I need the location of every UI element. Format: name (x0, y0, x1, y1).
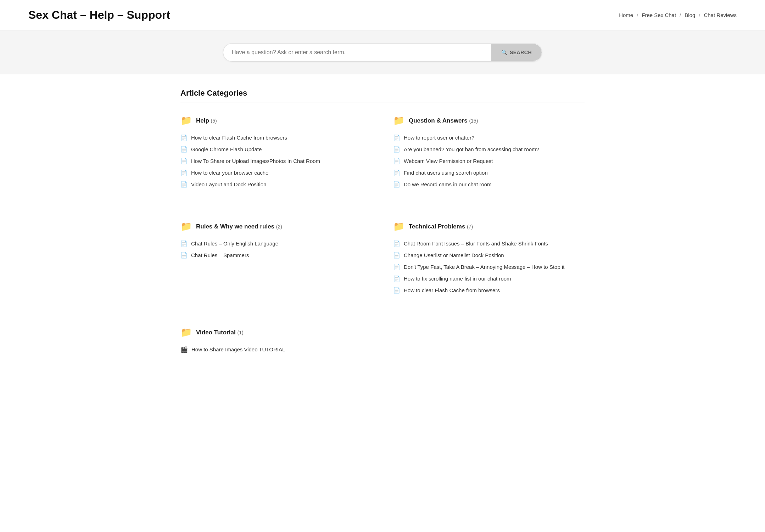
article-link[interactable]: Video Layout and Dock Position (191, 181, 266, 188)
video-icon: 🎬 (180, 346, 188, 353)
category-rules: 📁 Rules & Why we need rules (2) 📄 Chat R… (180, 221, 372, 296)
list-item[interactable]: 📄 Chat Rules – Spammers (180, 249, 372, 261)
doc-icon: 📄 (180, 158, 188, 164)
category-qa-count: (15) (469, 118, 478, 124)
list-item[interactable]: 📄 Chat Room Font Issues – Blur Fonts and… (393, 238, 585, 249)
article-link[interactable]: How to clear Flash Cache from browsers (404, 287, 500, 294)
article-link[interactable]: How to Share Images Video TUTORIAL (191, 346, 285, 353)
help-article-list: 📄 How to clear Flash Cache from browsers… (180, 132, 372, 190)
nav-home[interactable]: Home (619, 12, 633, 18)
doc-icon: 📄 (180, 134, 188, 141)
doc-icon: 📄 (180, 181, 188, 188)
rules-article-list: 📄 Chat Rules – Only English Language 📄 C… (180, 238, 372, 261)
doc-icon: 📄 (393, 146, 400, 153)
doc-icon: 📄 (393, 134, 400, 141)
list-item[interactable]: 📄 How to report user or chatter? (393, 132, 585, 143)
article-link[interactable]: Chat Rules – Only English Language (191, 240, 278, 247)
list-item[interactable]: 📄 Google Chrome Flash Update (180, 143, 372, 155)
search-input[interactable] (223, 44, 491, 61)
category-video: 📁 Video Tutorial (1) 🎬 How to Share Imag… (180, 327, 372, 356)
folder-icon-help: 📁 (180, 115, 192, 126)
nav-sep-2: / (680, 12, 681, 18)
doc-icon: 📄 (393, 287, 400, 294)
category-divider-2 (180, 314, 585, 314)
search-button[interactable]: 🔍 SEARCH (491, 44, 542, 61)
list-item[interactable]: 📄 How to clear Flash Cache from browsers (180, 132, 372, 143)
nav-chat-reviews[interactable]: Chat Reviews (704, 12, 737, 18)
category-video-count: (1) (238, 330, 244, 335)
category-qa: 📁 Question & Answers (15) 📄 How to repor… (393, 115, 585, 190)
article-link[interactable]: How to fix scrolling name-list in our ch… (404, 275, 511, 282)
list-item[interactable]: 📄 How to fix scrolling name-list in our … (393, 273, 585, 284)
article-link[interactable]: How to clear Flash Cache from browsers (191, 134, 287, 141)
article-link[interactable]: Chat Rules – Spammers (191, 251, 249, 259)
category-qa-header: 📁 Question & Answers (15) (393, 115, 585, 126)
category-help-count: (5) (211, 118, 217, 124)
doc-icon: 📄 (393, 181, 400, 188)
category-technical-name: Technical Problems (7) (409, 223, 473, 230)
list-item[interactable]: 📄 Do we Record cams in our chat room (393, 179, 585, 190)
empty-column (393, 327, 585, 373)
doc-icon: 📄 (180, 169, 188, 176)
nav-free-sex-chat[interactable]: Free Sex Chat (642, 12, 676, 18)
list-item[interactable]: 📄 Video Layout and Dock Position (180, 179, 372, 190)
doc-icon: 📄 (393, 240, 400, 247)
article-link[interactable]: How to report user or chatter? (404, 134, 474, 141)
list-item[interactable]: 📄 How to clear Flash Cache from browsers (393, 284, 585, 296)
article-link[interactable]: Webcam View Permission or Request (404, 157, 493, 165)
list-item[interactable]: 📄 Change Userlist or Namelist Dock Posit… (393, 249, 585, 261)
video-article-list: 🎬 How to Share Images Video TUTORIAL (180, 344, 372, 356)
nav-sep-1: / (637, 12, 638, 18)
doc-icon: 📄 (180, 240, 188, 247)
list-item[interactable]: 📄 Webcam View Permission or Request (393, 155, 585, 167)
site-header: Sex Chat – Help – Support Home / Free Se… (0, 0, 765, 30)
site-title: Sex Chat – Help – Support (28, 9, 170, 22)
doc-icon: 📄 (393, 252, 400, 259)
nav-blog[interactable]: Blog (685, 12, 695, 18)
categories-grid: 📁 Help (5) 📄 How to clear Flash Cache fr… (180, 115, 585, 373)
article-link[interactable]: Find chat users using search option (404, 169, 488, 176)
doc-icon: 📄 (393, 264, 400, 270)
main-content: Article Categories 📁 Help (5) 📄 How to c… (152, 74, 613, 387)
category-rules-name: Rules & Why we need rules (2) (196, 223, 282, 230)
list-item[interactable]: 📄 Find chat users using search option (393, 167, 585, 179)
article-link[interactable]: Don't Type Fast, Take A Break – Annoying… (404, 263, 564, 271)
list-item[interactable]: 📄 How to clear your browser cache (180, 167, 372, 179)
section-divider (180, 102, 585, 102)
article-link[interactable]: Are you banned? You got ban from accessi… (404, 146, 539, 153)
category-technical-count: (7) (467, 224, 473, 230)
article-link[interactable]: How To Share or Upload Images/Photos In … (191, 157, 320, 165)
category-help-name: Help (5) (196, 117, 217, 124)
article-link[interactable]: Google Chrome Flash Update (191, 146, 262, 153)
doc-icon: 📄 (180, 252, 188, 259)
search-icon: 🔍 (501, 50, 508, 55)
articles-section-title: Article Categories (180, 89, 585, 98)
folder-icon-technical: 📁 (393, 221, 404, 232)
category-video-header: 📁 Video Tutorial (1) (180, 327, 372, 338)
doc-icon: 📄 (180, 146, 188, 153)
doc-icon: 📄 (393, 158, 400, 164)
article-link[interactable]: Do we Record cams in our chat room (404, 181, 492, 188)
category-divider-1 (180, 208, 585, 208)
category-qa-name: Question & Answers (15) (409, 117, 478, 124)
list-item[interactable]: 📄 How To Share or Upload Images/Photos I… (180, 155, 372, 167)
folder-icon-video: 📁 (180, 327, 192, 338)
category-technical: 📁 Technical Problems (7) 📄 Chat Room Fon… (393, 221, 585, 296)
doc-icon: 📄 (393, 169, 400, 176)
list-item[interactable]: 📄 Chat Rules – Only English Language (180, 238, 372, 249)
search-bar: 🔍 SEARCH (223, 43, 542, 62)
category-rules-count: (2) (276, 224, 282, 230)
search-section: 🔍 SEARCH (0, 30, 765, 74)
category-help-header: 📁 Help (5) (180, 115, 372, 126)
folder-icon-qa: 📁 (393, 115, 404, 126)
category-rules-header: 📁 Rules & Why we need rules (2) (180, 221, 372, 232)
article-link[interactable]: Change Userlist or Namelist Dock Positio… (404, 251, 504, 259)
category-video-name: Video Tutorial (1) (196, 329, 244, 336)
list-item[interactable]: 🎬 How to Share Images Video TUTORIAL (180, 344, 372, 356)
article-link[interactable]: Chat Room Font Issues – Blur Fonts and S… (404, 240, 548, 247)
search-button-label: SEARCH (510, 50, 532, 55)
nav-sep-3: / (699, 12, 700, 18)
list-item[interactable]: 📄 Don't Type Fast, Take A Break – Annoyi… (393, 261, 585, 273)
article-link[interactable]: How to clear your browser cache (191, 169, 268, 176)
list-item[interactable]: 📄 Are you banned? You got ban from acces… (393, 143, 585, 155)
